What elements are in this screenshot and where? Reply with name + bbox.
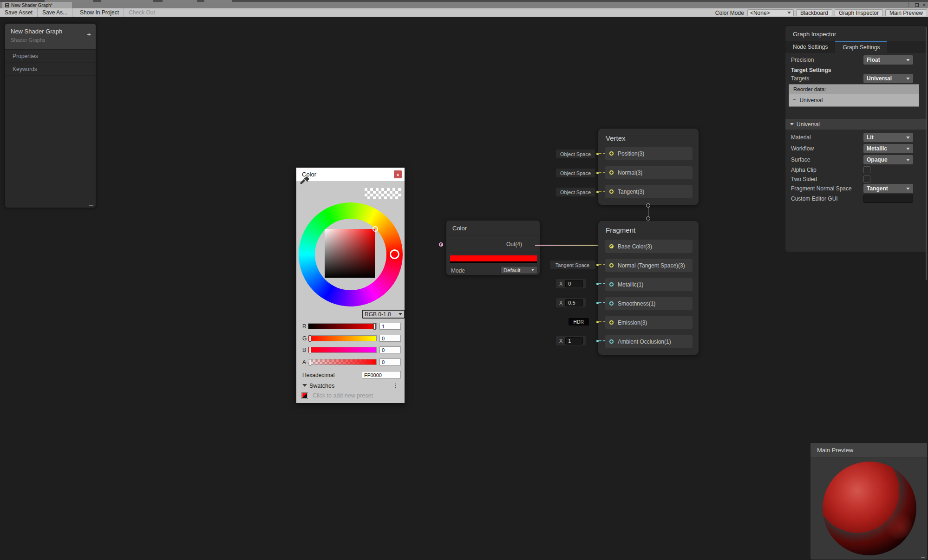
stack-connector-dot-top[interactable] <box>646 203 650 208</box>
vertex-slot-normal[interactable]: Normal(3) <box>605 166 693 179</box>
targets-dropdown[interactable]: Universal <box>863 74 913 83</box>
show-in-project-button[interactable]: Show In Project <box>75 8 124 17</box>
maximize-icon[interactable] <box>915 3 919 7</box>
close-button[interactable]: x <box>394 170 402 178</box>
resize-handle[interactable] <box>89 205 93 206</box>
save-as-button[interactable]: Save As... <box>38 8 72 17</box>
mode-dropdown[interactable]: Default <box>500 266 537 274</box>
fragment-slot-normal[interactable]: Normal (Tangent Space)(3) <box>605 259 693 272</box>
r-slider[interactable] <box>308 323 377 329</box>
tab-graph-settings[interactable]: Graph Settings <box>835 41 887 53</box>
fragment-slot-smoothness[interactable]: Smoothness(1) <box>605 297 693 310</box>
rgb-mode-dropdown[interactable]: RGB 0-1.0 <box>362 310 405 319</box>
reorder-item-universal[interactable]: = Universal <box>789 94 919 106</box>
g-value-field[interactable]: 0 <box>379 335 401 342</box>
slider-handle[interactable] <box>309 335 311 342</box>
normal-ts-port[interactable] <box>609 263 614 267</box>
saturation-value-square[interactable] <box>325 229 375 278</box>
normal-space-chip[interactable]: Tangent Space <box>549 260 595 270</box>
a-value-field[interactable]: 0 <box>379 358 401 365</box>
foldout-triangle-icon[interactable] <box>302 384 307 387</box>
position-space-chip[interactable]: Object Space <box>555 149 595 159</box>
tangent-port[interactable] <box>609 189 614 194</box>
blackboard-section-keywords[interactable]: Keywords <box>5 63 96 76</box>
vertex-slot-tangent[interactable]: Tangent(3) <box>605 185 693 198</box>
color-picker-titlebar[interactable]: Color x <box>296 168 405 181</box>
scrollbar[interactable] <box>926 27 927 280</box>
color-node[interactable]: Color Out(4) Mode Default <box>446 220 540 275</box>
edge-color-to-basecolor[interactable] <box>535 245 606 246</box>
hue-wheel[interactable] <box>299 202 403 306</box>
alpha-clip-checkbox[interactable] <box>863 166 870 173</box>
fragment-slot-base-color[interactable]: Base Color(3) <box>605 240 693 253</box>
close-icon[interactable]: ✕ <box>922 3 926 7</box>
material-dropdown[interactable]: Lit <box>863 133 913 142</box>
normal-port[interactable] <box>609 170 614 175</box>
fragment-slot-metallic[interactable]: Metallic(1) <box>605 278 693 291</box>
two-sided-checkbox[interactable] <box>863 176 870 182</box>
custom-editor-gui-input[interactable] <box>863 195 913 203</box>
tab-new-shader-graph[interactable]: New Shader Graph* <box>2 2 72 8</box>
x-value-field[interactable]: 0.5 <box>565 299 583 306</box>
hue-selector[interactable] <box>390 249 399 259</box>
fragment-slot-ambient-occlusion[interactable]: Ambient Occlusion(1) <box>605 335 693 348</box>
metallic-port[interactable] <box>609 282 614 287</box>
stack-connector-dot-bottom[interactable] <box>646 216 650 221</box>
tangent-space-chip[interactable]: Object Space <box>555 187 595 197</box>
swatches-label[interactable]: Swatches <box>309 383 334 389</box>
vertex-slot-position[interactable]: Position(3) <box>605 147 693 160</box>
tab-node-settings[interactable]: Node Settings <box>785 41 835 53</box>
emission-hdr-chip[interactable]: HDR <box>569 318 589 326</box>
smoothness-port[interactable] <box>609 301 614 306</box>
g-slider[interactable] <box>308 335 377 341</box>
main-preview-toggle-button[interactable]: Main Preview <box>885 9 927 16</box>
position-port[interactable] <box>609 151 614 156</box>
swatches-menu-icon[interactable]: ⋮ <box>393 383 398 389</box>
a-slider[interactable] <box>308 359 377 365</box>
smoothness-default-chip[interactable]: X 0.5 <box>555 298 586 308</box>
hex-input[interactable]: FF0000 <box>362 371 401 378</box>
drag-handle-icon[interactable]: = <box>793 98 796 103</box>
add-property-button[interactable]: + <box>87 30 91 38</box>
slider-handle[interactable] <box>309 347 311 353</box>
eyedropper-icon[interactable] <box>299 176 309 186</box>
x-value-field[interactable]: 1 <box>565 337 583 345</box>
slider-handle[interactable] <box>309 359 311 365</box>
b-slider[interactable] <box>308 347 377 353</box>
resize-handle[interactable] <box>921 557 925 558</box>
x-value-field[interactable]: 0 <box>565 280 583 287</box>
sv-selector[interactable] <box>373 226 378 232</box>
save-asset-button[interactable]: Save Asset <box>0 8 38 17</box>
metallic-default-chip[interactable]: X 0 <box>555 279 586 289</box>
precision-row: Precision Float <box>785 55 927 65</box>
emission-port[interactable] <box>609 320 614 325</box>
color-swatch-field[interactable] <box>450 255 537 263</box>
fragment-normal-space-dropdown[interactable]: Tangent <box>863 184 913 193</box>
main-preview-header[interactable]: Main Preview <box>810 443 927 457</box>
out-port[interactable] <box>439 242 443 247</box>
surface-dropdown[interactable]: Opaque <box>863 155 913 164</box>
universal-foldout[interactable]: Universal <box>785 119 927 130</box>
graph-inspector-toggle-button[interactable]: Graph Inspector <box>835 9 883 16</box>
r-value-field[interactable]: 1 <box>379 323 401 330</box>
window-menu-icon[interactable]: ⋮ <box>907 3 911 7</box>
preset-row[interactable]: Click to add new preset <box>296 392 405 400</box>
precision-dropdown[interactable]: Float <box>863 55 913 65</box>
normal-space-chip[interactable]: Object Space <box>555 168 595 178</box>
ambient-occlusion-port[interactable] <box>609 339 614 344</box>
color-mode-dropdown[interactable]: <None> <box>747 9 794 16</box>
workflow-dropdown[interactable]: Metallic <box>863 144 913 153</box>
preset-swatch-icon[interactable] <box>301 392 308 399</box>
b-value-field[interactable]: 0 <box>379 346 401 353</box>
blackboard-section-properties[interactable]: Properties <box>5 50 96 63</box>
slider-handle[interactable] <box>373 323 376 330</box>
ambient-occlusion-default-chip[interactable]: X 1 <box>555 336 586 346</box>
vertex-context-node[interactable]: Vertex Position(3) Normal(3) Tangent(3) <box>598 128 699 205</box>
fragment-context-node[interactable]: Fragment Base Color(3) Normal (Tangent S… <box>598 221 699 355</box>
base-color-port[interactable] <box>609 244 614 248</box>
blackboard-header[interactable]: New Shader Graph Shader Graphs + <box>5 24 96 50</box>
custom-editor-gui-label: Custom Editor GUI <box>791 195 838 202</box>
fragment-slot-emission[interactable]: Emission(3) <box>605 316 693 329</box>
blackboard-toggle-button[interactable]: Blackboard <box>796 9 832 16</box>
preview-sphere[interactable] <box>823 462 916 555</box>
